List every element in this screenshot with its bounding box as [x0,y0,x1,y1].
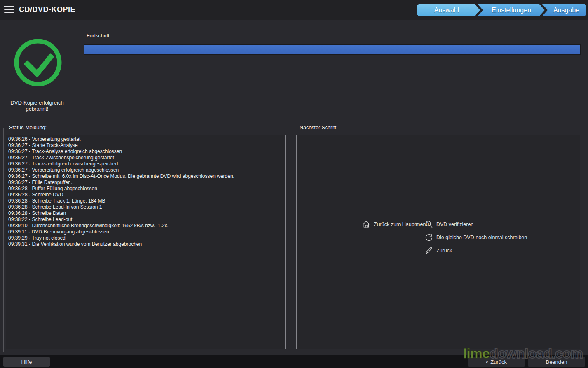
pencil-icon [424,246,433,255]
option-label: Zurück zum Hauptmenü [374,221,429,227]
footer-bar: Hilfe < Zurück Beenden [0,355,588,368]
option-verify-dvd[interactable]: DVD verifizieren [424,220,473,229]
quit-button[interactable]: Beenden [528,357,585,367]
progress-bar [84,44,581,55]
log-line: 09:39:31 - Die Verifikation wurde vom Be… [8,241,283,247]
next-step-groupbox: Nächster Schritt: Zurück zum Hauptmenü D… [294,128,583,352]
progress-label: Fortschritt: [84,33,113,39]
success-check-icon [13,38,63,87]
log-line: 09:36:28 - Schreibe Track 1, Länge: 184 … [8,198,283,204]
log-line: 09:36:27 - Tracks erfolgreich zwischenge… [8,161,283,167]
log-line: 09:36:28 - Schreibe Daten [8,210,283,217]
log-line: 09:38:22 - Schreibe Lead-out [8,217,283,223]
status-groupbox: Status-Meldung: 09:36:26 - Vorbereitung … [3,128,288,352]
log-line: 09:36:28 - Schreibe Lead-In von Session … [8,204,283,210]
next-step-panel: Zurück zum Hauptmenü DVD verifizieren Di… [296,135,580,349]
progress-groupbox: Fortschritt: [81,36,583,56]
log-line: 09:36:27 - Track-Zwischenspeicherung ges… [8,155,283,161]
option-label: Zurück... [436,248,457,254]
breadcrumb: Auswahl Einstellungen Ausgabe [417,4,586,16]
option-label: DVD verifizieren [436,221,473,227]
log-line: 09:36:27 - Schreibe mit 6.0x im Disc-At-… [8,173,283,179]
log-line: 09:36:27 - Vorbereitung erfolgreich abge… [8,167,283,173]
breadcrumb-step-ausgabe[interactable]: Ausgabe [542,4,586,16]
log-line: 09:39:10 - Durchschnittliche Brenngeschw… [8,223,283,229]
log-line: 09:39:29 - Tray not closed [8,235,283,241]
log-line: 09:36:28 - Schreibe DVD [8,192,283,198]
header-bar: CD/DVD-KOPIE Auswahl Einstellungen Ausga… [0,0,588,20]
log-line: 09:36:27 - Track-Analyse erfolgreich abg… [8,149,283,155]
breadcrumb-step-auswahl[interactable]: Auswahl [417,4,480,16]
status-label: Status-Meldung: [7,125,49,131]
status-log-list[interactable]: 09:36:26 - Vorbereitung gestartet09:36:2… [6,135,286,349]
home-icon [362,220,371,229]
option-back-to-main-menu[interactable]: Zurück zum Hauptmenü [362,220,429,229]
hamburger-menu-icon[interactable] [4,6,14,14]
breadcrumb-step-einstellungen[interactable]: Einstellungen [477,4,545,16]
log-line: 09:36:27 - Fülle Datenpuffer... [8,179,283,186]
result-message: DVD-Kopie erfolgreich gebrannt! [2,100,73,112]
log-line: 09:36:26 - Vorbereitung gestartet [8,136,283,142]
log-line: 09:39:11 - DVD-Brennvorgang abgeschlosse… [8,229,283,235]
back-button[interactable]: < Zurück [468,357,525,367]
help-button[interactable]: Hilfe [3,357,50,367]
magnifier-icon [424,220,433,229]
next-step-label: Nächster Schritt: [298,125,340,131]
log-line: 09:36:27 - Starte Track-Analyse [8,142,283,149]
option-label: Die gleiche DVD noch einmal schreiben [436,235,527,240]
progress-bar-fill [84,45,580,54]
refresh-icon [424,233,433,242]
option-go-back[interactable]: Zurück... [424,246,457,255]
page-title: CD/DVD-KOPIE [19,5,75,14]
log-line: 09:36:28 - Puffer-Füllung abgeschlossen. [8,186,283,192]
option-write-same-dvd-again[interactable]: Die gleiche DVD noch einmal schreiben [424,233,527,242]
